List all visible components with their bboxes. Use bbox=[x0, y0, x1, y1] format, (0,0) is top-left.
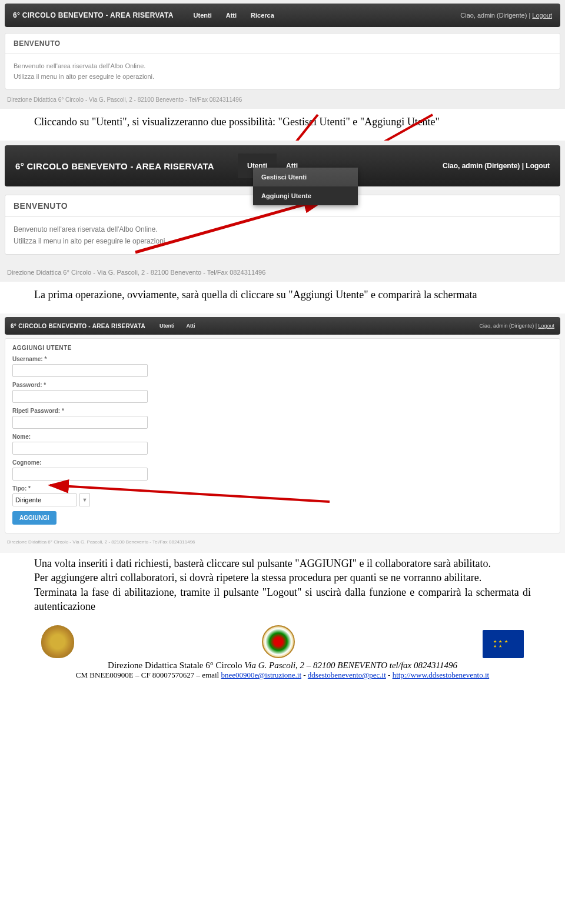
label-repeat-password: Ripeti Password: * bbox=[12, 408, 553, 414]
doc-paragraph-5: Terminata la fase di abilitazione, trami… bbox=[0, 585, 565, 626]
doc-paragraph-1: Cliccando su "Utenti", si visualizzerann… bbox=[0, 109, 565, 141]
menu-item-atti[interactable]: Atti bbox=[182, 321, 200, 331]
app-brand: 6° CIRCOLO BENEVENTO - AREA RISERVATA bbox=[15, 161, 214, 171]
logout-link[interactable]: Logout bbox=[526, 162, 550, 170]
app-footer: Direzione Didattica 6° Circolo - Via G. … bbox=[5, 258, 560, 281]
doc-paragraph-4: Per aggiungere altri collaboratori, si d… bbox=[0, 571, 565, 585]
chevron-down-icon[interactable]: ▼ bbox=[79, 493, 90, 506]
app-footer: Direzione Didattica 6° Circolo - Via G. … bbox=[5, 93, 560, 108]
footer-website-link[interactable]: http://www.ddsestobenevento.it bbox=[393, 671, 490, 679]
menu-item-utenti[interactable]: Utenti bbox=[188, 8, 218, 22]
label-cognome: Cognome: bbox=[12, 459, 553, 466]
user-greeting: Ciao, admin (Dirigente) | Logout bbox=[443, 162, 550, 170]
utenti-dropdown: Gestisci Utenti Aggiungi Utente bbox=[253, 168, 358, 205]
form-title: AGGIUNGI UTENTE bbox=[12, 345, 553, 351]
eu-flag-icon bbox=[483, 630, 524, 658]
app-brand: 6° CIRCOLO BENEVENTO - AREA RISERVATA bbox=[13, 11, 174, 19]
cognome-input[interactable] bbox=[12, 468, 148, 481]
app-footer: Direzione Didattica 6° Circolo - Via G. … bbox=[5, 533, 560, 549]
add-user-form: AGGIUNGI UTENTE Username: * Password: * … bbox=[5, 338, 560, 533]
logout-link[interactable]: Logout bbox=[532, 12, 552, 19]
aggiungi-button[interactable]: AGGIUNGI bbox=[12, 511, 56, 525]
crest-logo-icon bbox=[41, 625, 74, 658]
dropdown-item-gestisci-utenti[interactable]: Gestisci Utenti bbox=[253, 168, 358, 186]
footer-email-link[interactable]: bnee00900e@istruzione.it bbox=[221, 671, 301, 679]
screenshot-form: 6° CIRCOLO BENEVENTO - AREA RISERVATA Ut… bbox=[0, 313, 565, 553]
logout-link[interactable]: Logout bbox=[538, 323, 554, 329]
main-menu: Utenti Atti bbox=[155, 321, 200, 331]
menu-item-utenti[interactable]: Utenti bbox=[155, 321, 180, 331]
label-tipo: Tipo: * bbox=[12, 485, 553, 492]
nome-input[interactable] bbox=[12, 442, 148, 455]
label-password: Password: * bbox=[12, 382, 553, 388]
screenshot-dropdown: 6° CIRCOLO BENEVENTO - AREA RISERVATA Ut… bbox=[0, 141, 565, 281]
app-brand: 6° CIRCOLO BENEVENTO - AREA RISERVATA bbox=[11, 323, 145, 329]
footer-pec-link[interactable]: ddsestobenevento@pec.it bbox=[308, 671, 386, 679]
panel-title: BENVENUTO bbox=[5, 34, 560, 54]
user-greeting: Ciao, admin (Dirigente) | Logout bbox=[460, 12, 552, 19]
label-username: Username: * bbox=[12, 356, 553, 362]
menu-item-atti[interactable]: Atti bbox=[220, 8, 242, 22]
label-nome: Nome: bbox=[12, 433, 553, 440]
screenshot-welcome-1: 6° CIRCOLO BENEVENTO - AREA RISERVATA Ut… bbox=[0, 0, 565, 109]
footer-logos bbox=[0, 625, 565, 658]
main-menu: Utenti Atti Ricerca bbox=[188, 8, 280, 22]
welcome-text: Benvenuto nell'area riservata dell'Albo … bbox=[5, 54, 560, 89]
repeat-password-input[interactable] bbox=[12, 416, 148, 429]
italian-emblem-icon bbox=[262, 625, 295, 658]
app-header-bar-small: 6° CIRCOLO BENEVENTO - AREA RISERVATA Ut… bbox=[5, 317, 560, 335]
dropdown-item-aggiungi-utente[interactable]: Aggiungi Utente bbox=[253, 186, 358, 205]
welcome-panel: BENVENUTO Benvenuto nell'area riservata … bbox=[5, 33, 560, 89]
app-header-bar: 6° CIRCOLO BENEVENTO - AREA RISERVATA Ut… bbox=[5, 4, 560, 27]
username-input[interactable] bbox=[12, 364, 148, 377]
page-footer: Direzione Didattica Statale 6° Circolo V… bbox=[0, 661, 565, 692]
doc-paragraph-2: La prima operazione, ovviamente, sarà qu… bbox=[0, 282, 565, 313]
menu-item-ricerca[interactable]: Ricerca bbox=[245, 8, 280, 22]
welcome-text: Benvenuto nell'area riservata dell'Albo … bbox=[5, 217, 560, 253]
password-input[interactable] bbox=[12, 390, 148, 403]
tipo-select[interactable] bbox=[12, 493, 77, 506]
doc-paragraph-3: Una volta inseriti i dati richiesti, bas… bbox=[0, 553, 565, 571]
user-greeting: Ciao, admin (Dirigente) | Logout bbox=[480, 323, 554, 329]
